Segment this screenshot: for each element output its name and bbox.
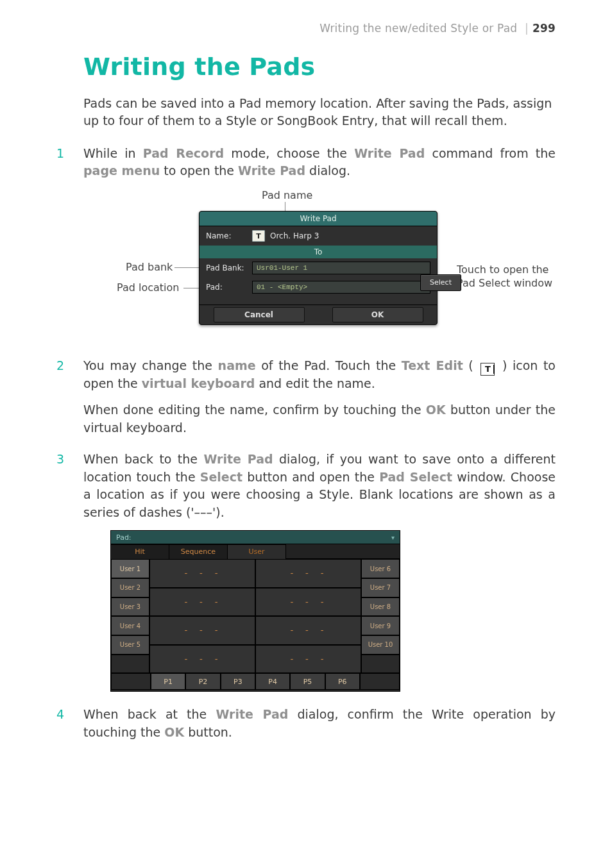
- side-user-7[interactable]: User 7: [361, 578, 400, 597]
- text-edit-icon: T: [480, 363, 495, 376]
- step-4: 4 When back at the Write Pad dialog, con…: [56, 706, 556, 741]
- pad-select-panel: Pad: ▾ Hit Sequence User User 1 User 2 U…: [110, 530, 400, 692]
- step-3: 3 When back to the Write Pad dialog, if …: [56, 451, 556, 692]
- pad-select-left-side: User 1 User 2 User 3 User 4 User 5: [111, 559, 149, 673]
- dialog-name-row: Name: T Orch. Harp 3: [200, 226, 437, 246]
- step-2-text: You may change the name of the Pad. Touc…: [83, 357, 556, 392]
- page-blank: [111, 673, 151, 690]
- side-blank: [361, 655, 400, 674]
- callout-open-pad-select: Touch to open the Pad Select window: [457, 263, 566, 290]
- tab-sequence[interactable]: Sequence: [169, 544, 228, 559]
- pad-select-tabs: Hit Sequence User: [111, 544, 400, 559]
- side-user-4[interactable]: User 4: [111, 616, 149, 635]
- section-name: Writing the new/edited Style or Pad: [319, 22, 517, 35]
- page-p4[interactable]: P4: [255, 673, 290, 690]
- page-p2[interactable]: P2: [185, 673, 220, 690]
- page-p6[interactable]: P6: [325, 673, 360, 690]
- padbank-label: Pad Bank:: [206, 263, 252, 272]
- page-p5[interactable]: P5: [290, 673, 325, 690]
- page-p3[interactable]: P3: [221, 673, 255, 690]
- page-number: 299: [532, 22, 556, 35]
- dialog-pad-row: Pad: 01 - <Empty>: [200, 278, 437, 297]
- side-user-8[interactable]: User 8: [361, 597, 400, 617]
- side-user-3[interactable]: User 3: [111, 597, 149, 617]
- pad-cell[interactable]: - - -: [255, 616, 361, 645]
- pad-label: Pad:: [206, 283, 252, 292]
- pad-cell[interactable]: - - -: [149, 559, 255, 588]
- select-button[interactable]: Select: [420, 274, 461, 291]
- tab-user[interactable]: User: [228, 544, 286, 559]
- step-number: 3: [56, 452, 64, 466]
- text-edit-icon[interactable]: T: [252, 230, 265, 242]
- write-pad-figure: Pad name Pad bank Pad location Touch to …: [83, 189, 532, 343]
- cancel-button[interactable]: Cancel: [214, 307, 305, 322]
- page-p1[interactable]: P1: [151, 673, 185, 690]
- pad-select-grid: - - - - - - - - - - - - - - - - - - - - …: [149, 559, 361, 673]
- side-user-1[interactable]: User 1: [111, 559, 149, 578]
- step-2-text-2: When done editing the name, confirm by t…: [83, 401, 556, 437]
- leader-line: [183, 288, 200, 288]
- write-pad-dialog: Write Pad Name: T Orch. Harp 3 To Pad Ba…: [199, 211, 438, 325]
- dialog-buttons: Cancel OK: [200, 305, 437, 324]
- side-blank: [111, 655, 149, 674]
- page-blank: [360, 673, 400, 690]
- pad-select-header: Pad: ▾: [111, 531, 400, 544]
- pad-cell[interactable]: - - -: [149, 645, 255, 674]
- callout-pad-location: Pad location: [117, 281, 179, 294]
- running-header: Writing the new/edited Style or Pad |299: [56, 22, 556, 35]
- pad-cell[interactable]: - - -: [149, 616, 255, 645]
- callout-pad-bank: Pad bank: [126, 261, 173, 273]
- pad-select-pages: P1 P2 P3 P4 P5 P6: [111, 673, 400, 690]
- step-3-text: When back to the Write Pad dialog, if yo…: [83, 451, 556, 521]
- side-user-10[interactable]: User 10: [361, 635, 400, 655]
- padbank-field[interactable]: Usr01-User 1: [252, 262, 430, 274]
- header-separator: |: [525, 22, 529, 35]
- step-number: 4: [56, 707, 64, 721]
- leader-line: [174, 267, 200, 268]
- pad-select-title: Pad:: [116, 533, 132, 542]
- side-user-5[interactable]: User 5: [111, 635, 149, 655]
- side-user-2[interactable]: User 2: [111, 578, 149, 597]
- step-1: 1 While in Pad Record mode, choose the W…: [56, 145, 556, 343]
- step-4-text: When back at the Write Pad dialog, confi…: [83, 706, 556, 741]
- step-number: 1: [56, 146, 64, 160]
- pad-cell[interactable]: - - -: [255, 645, 361, 674]
- pad-select-right-side: User 6 User 7 User 8 User 9 User 10: [361, 559, 400, 673]
- tab-hit[interactable]: Hit: [111, 544, 169, 559]
- step-number: 2: [56, 358, 64, 372]
- intro-text: Pads can be saved into a Pad memory loca…: [83, 95, 556, 129]
- callout-pad-name: Pad name: [262, 189, 312, 201]
- pad-select-body: User 1 User 2 User 3 User 4 User 5 - - -…: [111, 559, 400, 673]
- ok-button[interactable]: OK: [332, 307, 423, 322]
- pad-cell[interactable]: - - -: [255, 559, 361, 588]
- dialog-to-label: To: [200, 246, 437, 258]
- pad-field[interactable]: 01 - <Empty>: [252, 281, 430, 294]
- step-1-text: While in Pad Record mode, choose the Wri…: [83, 145, 556, 180]
- side-user-6[interactable]: User 6: [361, 559, 400, 578]
- side-user-9[interactable]: User 9: [361, 616, 400, 635]
- pad-cell[interactable]: - - -: [255, 588, 361, 617]
- pad-cell[interactable]: - - -: [149, 588, 255, 617]
- dialog-title: Write Pad: [200, 212, 437, 226]
- step-2: 2 You may change the name of the Pad. To…: [56, 357, 556, 437]
- name-value: Orch. Harp 3: [270, 231, 319, 240]
- chevron-down-icon[interactable]: ▾: [391, 534, 395, 541]
- dialog-padbank-row: Pad Bank: Usr01-User 1: [200, 258, 437, 278]
- page-title: Writing the Pads: [83, 53, 556, 81]
- name-label: Name:: [206, 231, 252, 240]
